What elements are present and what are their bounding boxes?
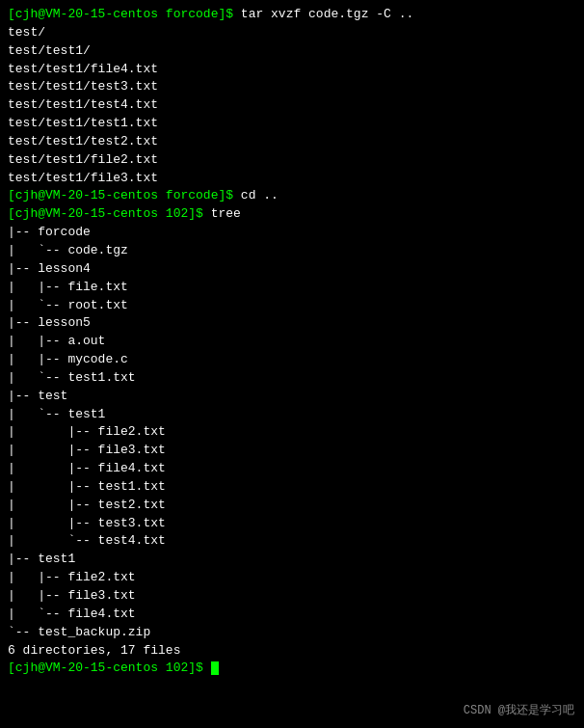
terminal-line: `-- test_backup.zip [8, 624, 576, 642]
terminal-line: | `-- test1.txt [8, 369, 576, 388]
terminal-line: |-- lesson4 [8, 260, 576, 279]
cursor [211, 661, 219, 675]
terminal-line: | |-- test1.txt [8, 478, 576, 497]
terminal-line: [cjh@VM-20-15-centos 102]$ tree [8, 205, 576, 224]
terminal-line: [cjh@VM-20-15-centos 102]$ [8, 660, 576, 678]
terminal-line: | |-- file4.txt [8, 460, 576, 478]
terminal-line: | |-- file2.txt [8, 569, 576, 587]
prompt-cmd: cd .. [233, 188, 279, 202]
terminal-line: |-- lesson5 [8, 314, 576, 333]
terminal-line: test/ [8, 24, 576, 42]
terminal-line: [cjh@VM-20-15-centos forcode]$ tar xvzf … [8, 6, 576, 24]
prompt-space [203, 661, 211, 675]
prompt-cmd: tree [203, 206, 241, 221]
terminal-line: |-- test1 [8, 551, 576, 569]
terminal-line: | |-- mycode.c [8, 351, 576, 369]
watermark: CSDN @我还是学习吧 [464, 702, 574, 718]
terminal-line: | |-- file3.txt [8, 442, 576, 460]
terminal-line: | `-- code.tgz [8, 242, 576, 260]
prompt-user: [cjh@VM-20-15-centos forcode]$ [8, 7, 233, 21]
terminal-line: | |-- a.out [8, 333, 576, 351]
terminal-line: | |-- file2.txt [8, 423, 576, 442]
terminal-line: test/test1/file2.txt [8, 151, 576, 170]
terminal-line: | |-- test2.txt [8, 497, 576, 515]
terminal-line: test/test1/test4.txt [8, 96, 576, 115]
prompt-user: [cjh@VM-20-15-centos 102]$ [8, 206, 203, 221]
terminal-line: 6 directories, 17 files [8, 642, 576, 661]
prompt-user: [cjh@VM-20-15-centos 102]$ [8, 661, 203, 675]
terminal-line: test/test1/test1.txt [8, 115, 576, 133]
terminal-line: | |-- file3.txt [8, 587, 576, 606]
terminal-line: test/test1/ [8, 42, 576, 61]
terminal-line: | |-- test3.txt [8, 515, 576, 533]
terminal-line: | `-- test1 [8, 406, 576, 424]
terminal-line: test/test1/file4.txt [8, 61, 576, 79]
terminal-line: | `-- test4.txt [8, 532, 576, 551]
terminal-line: test/test1/test3.txt [8, 78, 576, 96]
terminal-line: test/test1/test2.txt [8, 133, 576, 151]
terminal-line: |-- test [8, 388, 576, 406]
terminal-line: | `-- root.txt [8, 297, 576, 315]
terminal-output: [cjh@VM-20-15-centos forcode]$ tar xvzf … [8, 6, 576, 678]
terminal-line: [cjh@VM-20-15-centos forcode]$ cd .. [8, 187, 576, 205]
terminal-line: | `-- file4.txt [8, 606, 576, 624]
terminal-line: test/test1/file3.txt [8, 170, 576, 188]
terminal-line: |-- forcode [8, 224, 576, 242]
terminal-line: | |-- file.txt [8, 279, 576, 297]
prompt-cmd: tar xvzf code.tgz -C .. [233, 7, 413, 21]
terminal-window: [cjh@VM-20-15-centos forcode]$ tar xvzf … [0, 0, 584, 728]
prompt-user: [cjh@VM-20-15-centos forcode]$ [8, 188, 233, 202]
